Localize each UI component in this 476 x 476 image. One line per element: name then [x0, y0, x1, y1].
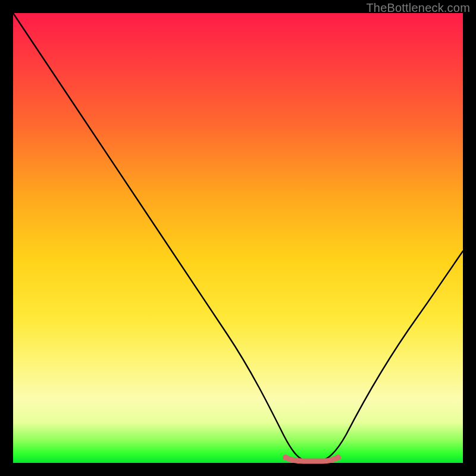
sweet-spot-right-dot: [335, 455, 341, 461]
chart-svg: [13, 13, 463, 463]
chart-frame: TheBottleneck.com: [0, 0, 476, 476]
bottleneck-curve-path: [13, 13, 463, 461]
sweet-spot-band-path: [286, 458, 338, 461]
sweet-spot-left-dot: [283, 455, 289, 461]
plot-area: [13, 13, 463, 463]
